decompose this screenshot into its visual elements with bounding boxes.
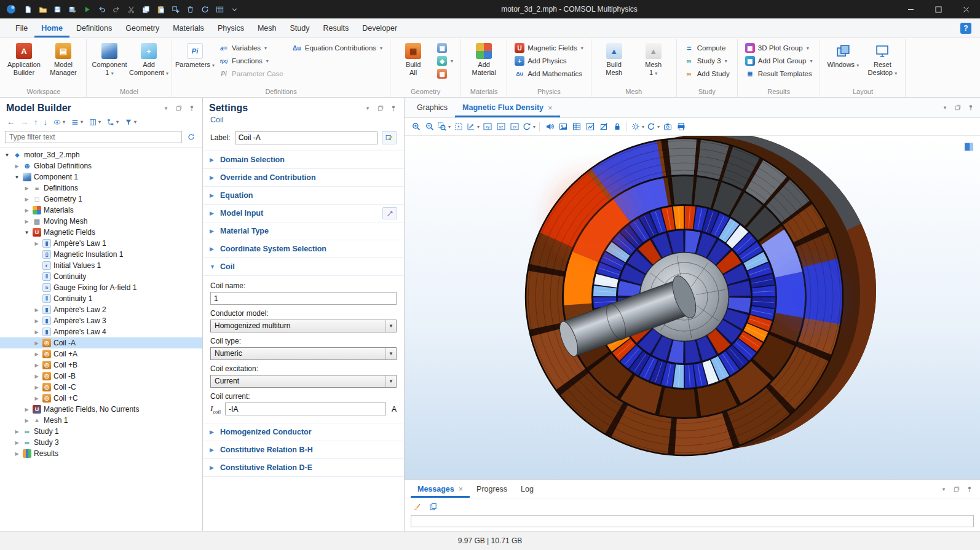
tree-item-motor-3d-2-mph[interactable]: ▼◆motor_3d_2.mph bbox=[0, 149, 202, 160]
tab-messages[interactable]: Messages× bbox=[411, 480, 470, 498]
move-down-button[interactable]: ↓ bbox=[42, 116, 50, 128]
float-panel-icon[interactable] bbox=[175, 104, 183, 112]
minimize-button[interactable] bbox=[897, 0, 925, 18]
expand-arrow-icon[interactable]: ▶ bbox=[33, 241, 40, 246]
ribbon-button-component-1[interactable]: Component1 ▾ bbox=[90, 40, 129, 79]
move-up-button[interactable]: ↑ bbox=[32, 116, 40, 128]
ribbon-button-magnetic-fields[interactable]: UMagnetic Fields▾ bbox=[512, 42, 587, 54]
tree-item-amp-re-s-law-4[interactable]: ▶▮Ampère's Law 4 bbox=[0, 326, 202, 337]
section-chevron-icon[interactable]: ▶ bbox=[210, 228, 216, 234]
section-override-and-contribution[interactable]: ▶Override and Contribution bbox=[203, 169, 404, 187]
menu-tab-results[interactable]: Results bbox=[317, 18, 356, 37]
tree-item-amp-re-s-law-1[interactable]: ▶▮Ampère's Law 1 bbox=[0, 238, 202, 249]
delete-icon[interactable] bbox=[183, 2, 197, 16]
chevron-down-icon[interactable]: ▼ bbox=[385, 375, 396, 387]
close-tab-icon[interactable]: × bbox=[548, 103, 553, 112]
view-yz-icon-button[interactable]: yz bbox=[494, 120, 507, 134]
update-icon[interactable] bbox=[198, 2, 212, 16]
update-plot-icon-button[interactable]: ▾ bbox=[646, 120, 660, 134]
float-panel-icon[interactable] bbox=[954, 103, 962, 112]
clip-plane-icon-button[interactable] bbox=[597, 120, 610, 134]
section-domain-selection[interactable]: ▶Domain Selection bbox=[203, 151, 404, 169]
ribbon-button-functions[interactable]: f(x)Functions▾ bbox=[216, 55, 286, 67]
rotate-icon-button[interactable]: ▾ bbox=[521, 120, 536, 134]
coil-type-select[interactable]: Numeric▼ bbox=[210, 347, 397, 360]
tree-item-global-definitions[interactable]: ▶⊕Global Definitions bbox=[0, 160, 202, 171]
tree-item-coil-c[interactable]: ▶◎Coil +C bbox=[0, 393, 202, 404]
zoom-out-icon-button[interactable] bbox=[423, 120, 436, 134]
copy-icon[interactable] bbox=[139, 2, 153, 16]
save-icon[interactable] bbox=[50, 2, 65, 16]
tree-item-component-1[interactable]: ▼Component 1 bbox=[0, 171, 202, 183]
tree-item-coil-b[interactable]: ▶◎Coil -B bbox=[0, 371, 202, 382]
tree-item-coil-a[interactable]: ▶◎Coil -A bbox=[0, 337, 202, 348]
tab-progress[interactable]: Progress bbox=[470, 480, 514, 498]
collapse-arrow-icon[interactable]: ▼ bbox=[4, 152, 10, 158]
zoom-in-icon-button[interactable] bbox=[409, 120, 422, 134]
menu-tab-file[interactable]: File bbox=[9, 18, 34, 37]
close-tab-icon[interactable]: × bbox=[459, 485, 463, 493]
sound-on-icon-button[interactable] bbox=[543, 120, 556, 134]
tree-item-coil-b[interactable]: ▶◎Coil +B bbox=[0, 359, 202, 371]
section-model-input[interactable]: ▶Model Input bbox=[203, 205, 404, 222]
table-grid-icon[interactable] bbox=[213, 2, 227, 16]
section-homogenized-conductor[interactable]: ▶Homogenized Conductor bbox=[203, 423, 404, 441]
tab-graphics[interactable]: Graphics bbox=[409, 98, 455, 117]
section-chevron-icon[interactable]: ▶ bbox=[210, 192, 216, 198]
section-chevron-icon[interactable]: ▶ bbox=[210, 157, 216, 163]
expand-arrow-icon[interactable]: ▶ bbox=[33, 307, 40, 313]
float-panel-icon[interactable] bbox=[952, 485, 961, 493]
edit-icon-button[interactable] bbox=[382, 207, 397, 219]
undo-icon[interactable] bbox=[95, 2, 109, 16]
pin-icon[interactable] bbox=[188, 104, 196, 112]
pin-icon[interactable] bbox=[389, 104, 398, 112]
tree-item-continuity[interactable]: ‖Continuity bbox=[0, 271, 202, 282]
messages-input[interactable] bbox=[411, 515, 974, 527]
section-coil[interactable]: ▼Coil bbox=[203, 258, 404, 276]
duplicate-icon[interactable] bbox=[168, 2, 183, 16]
expand-arrow-icon[interactable]: ▶ bbox=[33, 340, 40, 346]
coil-name-input[interactable] bbox=[210, 292, 397, 305]
ribbon-button-add-component[interactable]: +AddComponent ▾ bbox=[129, 40, 168, 79]
tree-item-magnetic-insulation-1[interactable]: ▯Magnetic Insulation 1 bbox=[0, 249, 202, 260]
save-as-icon[interactable] bbox=[65, 2, 79, 16]
expand-arrow-icon[interactable]: ▶ bbox=[23, 219, 30, 224]
new-file-icon[interactable] bbox=[21, 2, 35, 16]
tree-item-gauge-fixing-for-a-field-1[interactable]: ≈Gauge Fixing for A-field 1 bbox=[0, 282, 202, 293]
pin-icon[interactable] bbox=[966, 103, 975, 112]
paste-icon[interactable] bbox=[154, 2, 168, 16]
expand-arrow-icon[interactable]: ▶ bbox=[14, 451, 20, 457]
expand-arrow-icon[interactable]: ▶ bbox=[23, 197, 30, 202]
ribbon-button-study-3[interactable]: ∞Study 3▾ bbox=[681, 55, 733, 67]
chevron-down-icon[interactable]: ▾ bbox=[162, 104, 170, 112]
view-xy-icon-button[interactable]: xy bbox=[481, 120, 494, 134]
help-button[interactable]: ? bbox=[960, 23, 971, 34]
tree-table-button[interactable]: ▾ bbox=[105, 117, 121, 128]
tree-item-results[interactable]: ▶Results bbox=[0, 448, 202, 459]
tab-magnetic-flux-density[interactable]: Magnetic Flux Density× bbox=[455, 98, 560, 117]
expand-arrow-icon[interactable]: ▶ bbox=[14, 429, 20, 434]
ribbon-button-equation-contributions[interactable]: ΔuEquation Contributions▾ bbox=[289, 42, 385, 54]
ribbon-button-add-plot-group[interactable]: ▦Add Plot Group▾ bbox=[742, 55, 816, 67]
menu-tab-developer[interactable]: Developer bbox=[355, 18, 404, 37]
tree-item-study-3[interactable]: ▶∞Study 3 bbox=[0, 437, 202, 448]
refresh-icon[interactable] bbox=[185, 131, 197, 143]
tree-item-initial-values-1[interactable]: ◐Initial Values 1 bbox=[0, 260, 202, 271]
show-button[interactable]: ▾ bbox=[51, 117, 67, 128]
expand-arrow-icon[interactable]: ▶ bbox=[33, 374, 40, 379]
view-zx-icon-button[interactable]: zx bbox=[508, 120, 521, 134]
chevron-down-icon[interactable]: ▾ bbox=[939, 485, 948, 493]
copy-icon-button[interactable] bbox=[427, 500, 440, 514]
expand-arrow-icon[interactable]: ▶ bbox=[33, 318, 40, 324]
ribbon-button-reset-desktop[interactable]: ResetDesktop ▾ bbox=[863, 40, 902, 79]
expand-arrow-icon[interactable]: ▶ bbox=[23, 208, 30, 213]
ribbon-button-windows[interactable]: Windows ▾ bbox=[823, 40, 863, 71]
section-coordinate-system-selection[interactable]: ▶Coordinate System Selection bbox=[203, 240, 404, 258]
scene-light-icon-button[interactable]: ▾ bbox=[630, 120, 645, 134]
ribbon-button-geom-remove[interactable]: ▦ bbox=[434, 68, 456, 80]
tree-item-coil-a[interactable]: ▶◎Coil +A bbox=[0, 348, 202, 359]
graphics-canvas[interactable] bbox=[405, 136, 980, 479]
coil-excitation-select[interactable]: Current▼ bbox=[210, 375, 397, 388]
menu-tab-geometry[interactable]: Geometry bbox=[119, 18, 166, 37]
pin-icon[interactable] bbox=[965, 485, 974, 493]
